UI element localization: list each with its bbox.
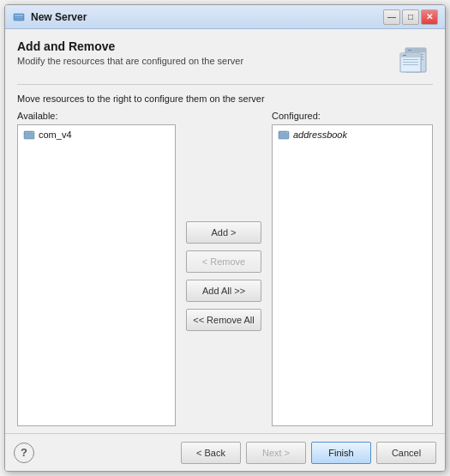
window-controls: — □ ✕	[383, 9, 438, 25]
remove-button[interactable]: < Remove	[186, 250, 261, 273]
add-button[interactable]: Add >	[186, 221, 261, 244]
list-item[interactable]: addressbook	[274, 127, 430, 142]
configured-item-text: addressbook	[293, 130, 347, 140]
configured-section: Configured: addressbook	[272, 111, 433, 426]
svg-rect-22	[279, 133, 288, 134]
available-list[interactable]: com_v4	[17, 124, 176, 426]
page-title: Add and Remove	[17, 39, 388, 53]
window: New Server — □ ✕ Add and Remove Modify t…	[4, 4, 446, 472]
svg-rect-12	[403, 55, 406, 56]
window-icon	[12, 10, 26, 24]
svg-rect-13	[403, 59, 418, 60]
instruction-text: Move resources to the right to configure…	[17, 93, 433, 104]
page-subtitle: Modify the resources that are configured…	[17, 56, 388, 66]
svg-rect-14	[403, 62, 418, 63]
help-button[interactable]: ?	[14, 443, 34, 463]
back-button[interactable]: < Back	[181, 442, 241, 464]
columns-area: Available: com_v4	[17, 111, 433, 426]
svg-rect-18	[25, 133, 33, 134]
svg-rect-3	[15, 19, 23, 20]
maximize-button[interactable]: □	[402, 9, 419, 25]
window-title: New Server	[31, 11, 383, 23]
finish-button[interactable]: Finish	[311, 442, 371, 464]
cancel-button[interactable]: Cancel	[376, 442, 436, 464]
svg-point-19	[33, 131, 34, 133]
svg-rect-2	[15, 17, 23, 18]
item-icon	[23, 129, 35, 141]
next-button[interactable]: Next >	[246, 442, 306, 464]
content-area: Add and Remove Modify the resources that…	[5, 29, 445, 433]
close-button[interactable]: ✕	[421, 9, 438, 25]
item-icon	[278, 129, 290, 141]
svg-point-23	[287, 131, 289, 133]
title-bar: New Server — □ ✕	[5, 5, 445, 29]
remove-all-button[interactable]: << Remove All	[186, 309, 261, 331]
available-section: Available: com_v4	[17, 111, 176, 426]
available-item-text: com_v4	[39, 130, 72, 140]
page-header: Add and Remove Modify the resources that…	[17, 39, 433, 85]
available-label: Available:	[17, 111, 176, 121]
action-buttons: Add > < Remove Add All >> << Remove All	[181, 111, 267, 426]
minimize-button[interactable]: —	[383, 9, 400, 25]
configured-label: Configured:	[272, 111, 433, 121]
svg-rect-15	[403, 64, 418, 65]
svg-rect-1	[15, 15, 23, 16]
svg-rect-6	[408, 50, 411, 51]
server-icon	[395, 39, 433, 77]
configured-list[interactable]: addressbook	[272, 124, 433, 426]
list-item[interactable]: com_v4	[20, 127, 173, 142]
footer: ? < Back Next > Finish Cancel	[5, 433, 445, 471]
add-all-button[interactable]: Add All >>	[186, 280, 261, 302]
